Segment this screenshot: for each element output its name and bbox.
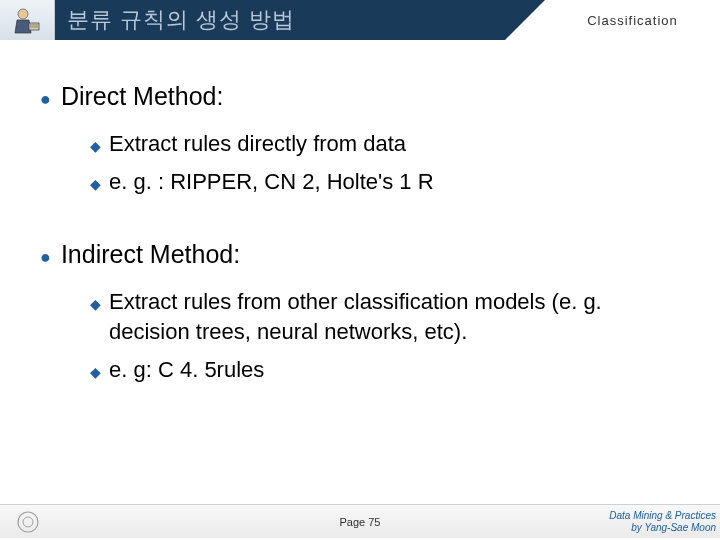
slide-title: 분류 규칙의 생성 방법 bbox=[67, 5, 295, 35]
diamond-icon: ◆ bbox=[90, 295, 101, 315]
sub-bullet-text: Extract rules directly from data bbox=[109, 129, 406, 159]
sub-bullet: ◆ e. g: C 4. 5rules bbox=[90, 355, 690, 385]
diamond-icon: ◆ bbox=[90, 363, 101, 383]
credit-title: Data Mining & Practices bbox=[609, 510, 716, 522]
slide-footer: Page 75 Data Mining & Practices by Yang-… bbox=[0, 504, 720, 538]
category-label: Classification bbox=[587, 13, 678, 28]
footer-credit: Data Mining & Practices by Yang-Sae Moon bbox=[609, 510, 716, 534]
sub-bullet-text: Extract rules from other classification … bbox=[109, 287, 669, 346]
svg-rect-1 bbox=[29, 23, 39, 30]
sub-bullet: ◆ Extract rules directly from data bbox=[90, 129, 690, 159]
main-bullet-indirect: ● Indirect Method: bbox=[40, 240, 690, 269]
svg-point-0 bbox=[18, 9, 28, 19]
main-bullet-direct: ● Direct Method: bbox=[40, 82, 690, 111]
footer-logo bbox=[0, 505, 55, 538]
header-decorative-icon bbox=[0, 0, 55, 40]
category-label-box: Classification bbox=[545, 0, 720, 40]
diamond-icon: ◆ bbox=[90, 137, 101, 157]
sub-bullet: ◆ e. g. : RIPPER, CN 2, Holte's 1 R bbox=[90, 167, 690, 197]
svg-point-5 bbox=[23, 517, 33, 527]
main-bullet-text: Direct Method: bbox=[61, 82, 224, 111]
sub-bullet-text: e. g. : RIPPER, CN 2, Holte's 1 R bbox=[109, 167, 434, 197]
credit-author: by Yang-Sae Moon bbox=[609, 522, 716, 534]
diamond-icon: ◆ bbox=[90, 175, 101, 195]
page-number: Page 75 bbox=[340, 516, 381, 528]
sub-bullet-text: e. g: C 4. 5rules bbox=[109, 355, 264, 385]
slide-content: ● Direct Method: ◆ Extract rules directl… bbox=[0, 40, 720, 412]
main-bullet-text: Indirect Method: bbox=[61, 240, 240, 269]
slide-header: 분류 규칙의 생성 방법 Classification bbox=[0, 0, 720, 40]
svg-point-4 bbox=[18, 512, 38, 532]
bullet-icon: ● bbox=[40, 90, 51, 108]
slide-title-bar: 분류 규칙의 생성 방법 Classification bbox=[55, 0, 720, 40]
sub-bullet: ◆ Extract rules from other classificatio… bbox=[90, 287, 690, 346]
bullet-icon: ● bbox=[40, 248, 51, 266]
